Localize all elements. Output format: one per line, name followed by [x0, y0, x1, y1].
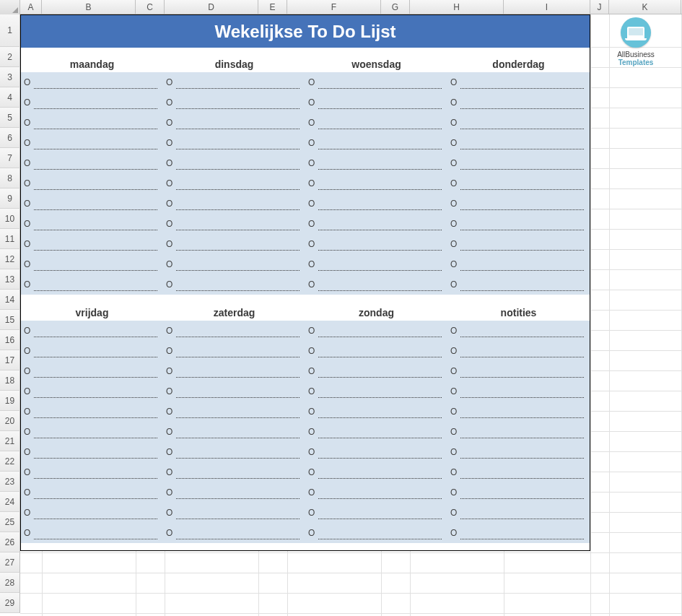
- column-header-C[interactable]: C: [136, 0, 165, 14]
- row-header-4[interactable]: 4: [0, 87, 20, 108]
- task-cell[interactable]: O: [163, 153, 305, 173]
- task-cell[interactable]: O: [21, 113, 163, 133]
- task-cell[interactable]: O: [447, 274, 590, 295]
- task-cell[interactable]: O: [305, 402, 447, 422]
- task-cell[interactable]: O: [305, 234, 447, 254]
- row-header-18[interactable]: 18: [0, 370, 20, 391]
- row-header-12[interactable]: 12: [0, 249, 20, 269]
- task-cell[interactable]: O: [21, 482, 163, 503]
- task-cell[interactable]: O: [447, 72, 590, 92]
- row-header-20[interactable]: 20: [0, 411, 20, 431]
- row-header-25[interactable]: 25: [0, 512, 20, 532]
- task-cell[interactable]: O: [163, 113, 305, 133]
- column-header-H[interactable]: H: [410, 0, 504, 14]
- row-header-23[interactable]: 23: [0, 472, 20, 492]
- row-header-6[interactable]: 6: [0, 128, 20, 148]
- select-all-corner[interactable]: [0, 0, 20, 14]
- task-cell[interactable]: O: [305, 482, 447, 503]
- row-header-9[interactable]: 9: [0, 188, 20, 209]
- task-cell[interactable]: O: [305, 113, 447, 133]
- column-header-F[interactable]: F: [287, 0, 381, 14]
- task-cell[interactable]: O: [305, 503, 447, 523]
- column-header-B[interactable]: B: [42, 0, 136, 14]
- task-cell[interactable]: O: [21, 422, 163, 442]
- task-cell[interactable]: O: [447, 214, 590, 234]
- task-cell[interactable]: O: [21, 214, 163, 234]
- column-header-A[interactable]: A: [20, 0, 42, 14]
- task-cell[interactable]: O: [21, 462, 163, 482]
- task-cell[interactable]: O: [447, 422, 590, 442]
- task-cell[interactable]: O: [163, 482, 305, 503]
- task-cell[interactable]: O: [163, 72, 305, 92]
- column-header-D[interactable]: D: [165, 0, 258, 14]
- task-cell[interactable]: O: [163, 361, 305, 381]
- task-cell[interactable]: O: [447, 194, 590, 214]
- column-header-J[interactable]: J: [590, 0, 609, 14]
- task-cell[interactable]: O: [163, 234, 305, 254]
- task-cell[interactable]: O: [21, 503, 163, 523]
- task-cell[interactable]: O: [447, 462, 590, 482]
- task-cell[interactable]: O: [21, 361, 163, 381]
- task-cell[interactable]: O: [163, 381, 305, 402]
- task-cell[interactable]: O: [447, 153, 590, 173]
- task-cell[interactable]: O: [447, 173, 590, 194]
- task-cell[interactable]: O: [163, 133, 305, 153]
- column-header-E[interactable]: E: [258, 0, 287, 14]
- task-cell[interactable]: O: [163, 214, 305, 234]
- task-cell[interactable]: O: [447, 361, 590, 381]
- task-cell[interactable]: O: [163, 321, 305, 341]
- task-cell[interactable]: O: [305, 92, 447, 113]
- task-cell[interactable]: O: [163, 254, 305, 274]
- task-cell[interactable]: O: [447, 503, 590, 523]
- row-header-21[interactable]: 21: [0, 431, 20, 451]
- task-cell[interactable]: O: [447, 402, 590, 422]
- task-cell[interactable]: O: [305, 173, 447, 194]
- task-cell[interactable]: O: [305, 361, 447, 381]
- task-cell[interactable]: O: [163, 523, 305, 543]
- task-cell[interactable]: O: [305, 422, 447, 442]
- task-cell[interactable]: O: [21, 234, 163, 254]
- task-cell[interactable]: O: [21, 153, 163, 173]
- task-cell[interactable]: O: [163, 402, 305, 422]
- task-cell[interactable]: O: [305, 133, 447, 153]
- row-header-26[interactable]: 26: [0, 532, 20, 552]
- task-cell[interactable]: O: [163, 274, 305, 295]
- task-cell[interactable]: O: [447, 321, 590, 341]
- task-cell[interactable]: O: [305, 72, 447, 92]
- task-cell[interactable]: O: [447, 523, 590, 543]
- task-cell[interactable]: O: [163, 194, 305, 214]
- task-cell[interactable]: O: [305, 523, 447, 543]
- row-header-22[interactable]: 22: [0, 451, 20, 472]
- row-header-10[interactable]: 10: [0, 209, 20, 229]
- task-cell[interactable]: O: [163, 341, 305, 361]
- task-cell[interactable]: O: [21, 133, 163, 153]
- task-cell[interactable]: O: [163, 422, 305, 442]
- task-cell[interactable]: O: [21, 523, 163, 543]
- task-cell[interactable]: O: [21, 72, 163, 92]
- row-header-28[interactable]: 28: [0, 573, 20, 593]
- task-cell[interactable]: O: [163, 503, 305, 523]
- row-header-1[interactable]: 1: [0, 14, 20, 47]
- task-cell[interactable]: O: [447, 113, 590, 133]
- task-cell[interactable]: O: [305, 254, 447, 274]
- row-header-7[interactable]: 7: [0, 148, 20, 168]
- row-header-29[interactable]: 29: [0, 593, 20, 613]
- row-header-13[interactable]: 13: [0, 269, 20, 290]
- task-cell[interactable]: O: [447, 381, 590, 402]
- task-cell[interactable]: O: [21, 92, 163, 113]
- row-header-16[interactable]: 16: [0, 330, 20, 350]
- task-cell[interactable]: O: [305, 381, 447, 402]
- row-header-3[interactable]: 3: [0, 67, 20, 87]
- row-header-8[interactable]: 8: [0, 168, 20, 188]
- task-cell[interactable]: O: [21, 402, 163, 422]
- column-header-I[interactable]: I: [504, 0, 590, 14]
- task-cell[interactable]: O: [305, 462, 447, 482]
- task-cell[interactable]: O: [305, 274, 447, 295]
- task-cell[interactable]: O: [447, 234, 590, 254]
- row-header-19[interactable]: 19: [0, 391, 20, 411]
- task-cell[interactable]: O: [21, 381, 163, 402]
- task-cell[interactable]: O: [21, 173, 163, 194]
- task-cell[interactable]: O: [305, 341, 447, 361]
- task-cell[interactable]: O: [163, 442, 305, 462]
- row-header-14[interactable]: 14: [0, 290, 20, 310]
